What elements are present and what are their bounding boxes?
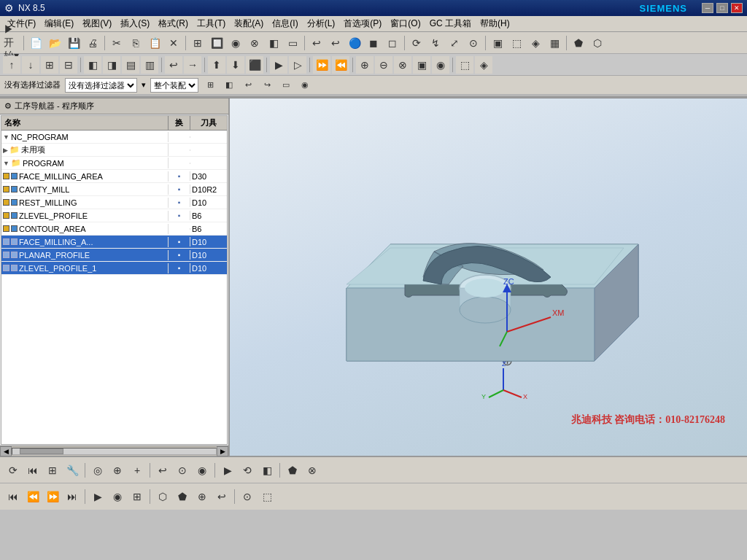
tb-icon13[interactable]: ↯ — [427, 34, 444, 52]
tree-program[interactable]: ▼ 📁 PROGRAM — [1, 157, 227, 170]
tb2-icon4[interactable]: ⊟ — [60, 56, 77, 74]
tb-icon8[interactable]: ↩ — [327, 34, 344, 52]
menu-view[interactable]: 视图(V) — [78, 16, 116, 31]
bt1-icon12[interactable]: ⟲ — [239, 462, 256, 479]
expand-icon-program[interactable]: ▼ — [3, 160, 9, 167]
expand-icon-nc[interactable]: ▼ — [3, 133, 9, 141]
scroll-right-btn[interactable]: ▶ — [217, 446, 228, 456]
bt2-icon13[interactable]: ⬚ — [258, 488, 276, 505]
tb-icon17[interactable]: ⬚ — [508, 34, 525, 52]
bt1-icon10[interactable]: ◉ — [193, 462, 211, 479]
bt1-icon15[interactable]: ⊗ — [303, 462, 321, 479]
tb2-icon23[interactable]: ⬚ — [456, 56, 473, 74]
filter-btn3[interactable]: ↩ — [241, 78, 255, 93]
bt1-icon8[interactable]: ↩ — [154, 462, 171, 479]
bt2-icon8[interactable]: ⬡ — [154, 488, 171, 505]
bt2-icon11[interactable]: ↩ — [213, 488, 231, 505]
tb-icon12[interactable]: ⟳ — [408, 34, 425, 52]
tb-new[interactable]: 📄 — [27, 34, 44, 52]
menu-tools[interactable]: 工具(T) — [193, 16, 230, 31]
bt1-icon2[interactable]: ⏮ — [24, 462, 42, 479]
filter-btn1[interactable]: ⊞ — [203, 78, 217, 93]
tb2-icon1[interactable]: ↑ — [3, 56, 20, 74]
tb-icon11[interactable]: ◻ — [384, 34, 401, 52]
tb2-icon18[interactable]: ⊕ — [356, 56, 374, 74]
tb-icon21[interactable]: ⬡ — [589, 34, 606, 52]
menu-info[interactable]: 信息(I) — [268, 16, 302, 31]
tb2-icon2[interactable]: ↓ — [22, 56, 39, 74]
tb-cut[interactable]: ✂ — [108, 34, 125, 52]
tree-unused[interactable]: ▶ 📁 未用项 — [1, 144, 227, 157]
filter-btn5[interactable]: ▭ — [279, 78, 293, 93]
menu-assembly[interactable]: 装配(A) — [230, 16, 268, 31]
tb-icon7[interactable]: ↩ — [308, 34, 325, 52]
tb2-icon11[interactable]: ⬆ — [208, 56, 225, 74]
menu-analysis[interactable]: 分析(L) — [303, 16, 340, 31]
tb2-icon13[interactable]: ⬛ — [246, 56, 263, 74]
tb-icon14[interactable]: ⤢ — [446, 34, 463, 52]
bt1-icon11[interactable]: ▶ — [219, 462, 236, 479]
bt1-icon4[interactable]: 🔧 — [63, 462, 81, 479]
bt1-icon1[interactable]: ⟳ — [4, 462, 22, 479]
tb2-icon7[interactable]: ▤ — [122, 56, 139, 74]
close-button[interactable]: ✕ — [731, 3, 743, 13]
tb-start-btn[interactable]: ▶ 开始▾ — [3, 34, 20, 52]
tb2-icon21[interactable]: ▣ — [413, 56, 430, 74]
menu-gctoolbox[interactable]: GC 工具箱 — [425, 16, 476, 31]
tb-icon20[interactable]: ⬟ — [570, 34, 587, 52]
menu-edit[interactable]: 编辑(E) — [40, 16, 78, 31]
tree-op-3[interactable]: ZLEVEL_PROFILE ▪ B6 — [1, 209, 227, 222]
scroll-left-btn[interactable]: ◀ — [0, 446, 12, 456]
bt2-icon5[interactable]: ▶ — [89, 488, 107, 505]
menu-preferences[interactable]: 首选项(P) — [339, 16, 386, 31]
tree-op-4[interactable]: CONTOUR_AREA B6 — [1, 222, 227, 236]
minimize-button[interactable]: ─ — [702, 3, 713, 13]
filter-icon[interactable]: ▾ — [142, 80, 146, 90]
tb2-icon6[interactable]: ◨ — [103, 56, 120, 74]
tree-nc-program[interactable]: ▼ NC_PROGRAM — [1, 131, 227, 144]
tb-icon10[interactable]: ◼ — [365, 34, 382, 52]
tb2-icon16[interactable]: ⏩ — [313, 56, 330, 74]
tb-icon15[interactable]: ⊙ — [465, 34, 482, 52]
tb-icon6[interactable]: ▭ — [284, 34, 301, 52]
tb2-icon15[interactable]: ▷ — [289, 56, 306, 74]
tree-op-2[interactable]: REST_MILLING ▪ D10 — [1, 196, 227, 209]
bt2-icon12[interactable]: ⊙ — [239, 488, 256, 505]
tb-icon18[interactable]: ◈ — [527, 34, 544, 52]
tree-op-5[interactable]: FACE_MILLING_A... ▪ D10 — [1, 236, 227, 249]
bt2-icon1[interactable]: ⏮ — [4, 488, 22, 505]
filter-select[interactable]: 没有选择过滤器 — [65, 78, 137, 93]
bt2-icon10[interactable]: ⊕ — [193, 488, 211, 505]
tb-icon16[interactable]: ▣ — [489, 34, 506, 52]
tree-op-6[interactable]: PLANAR_PROFILE ▪ D10 — [1, 249, 227, 262]
filter-btn2[interactable]: ◧ — [222, 78, 236, 93]
scroll-thumb[interactable] — [20, 448, 63, 454]
bt1-icon9[interactable]: ⊙ — [174, 462, 191, 479]
bt1-icon6[interactable]: ⊕ — [109, 462, 126, 479]
tb2-icon9[interactable]: ↩ — [165, 56, 182, 74]
bt1-icon5[interactable]: ◎ — [89, 462, 107, 479]
expand-icon-unused[interactable]: ▶ — [3, 147, 8, 154]
tb-print[interactable]: 🖨 — [84, 34, 101, 52]
tb-icon9[interactable]: 🔵 — [346, 34, 363, 52]
menu-insert[interactable]: 插入(S) — [116, 16, 154, 31]
bt2-icon7[interactable]: ⊞ — [128, 488, 146, 505]
tb-icon3[interactable]: ◉ — [227, 34, 244, 52]
tb2-icon20[interactable]: ⊗ — [394, 56, 411, 74]
tb-icon5[interactable]: ◧ — [265, 34, 282, 52]
filter-btn4[interactable]: ↪ — [260, 78, 274, 93]
bt1-icon13[interactable]: ◧ — [258, 462, 276, 479]
tb-icon1[interactable]: ⊞ — [189, 34, 206, 52]
tb2-icon24[interactable]: ◈ — [475, 56, 492, 74]
tb2-icon22[interactable]: ◉ — [432, 56, 449, 74]
bt1-icon14[interactable]: ⬟ — [284, 462, 301, 479]
tb-open[interactable]: 📂 — [46, 34, 63, 52]
tb-copy[interactable]: ⎘ — [127, 34, 144, 52]
menu-format[interactable]: 格式(R) — [154, 16, 193, 31]
tree-area[interactable]: 名称 换 刀具 ▼ NC_PROGRAM ▶ 📁 未用项 — [1, 115, 228, 445]
menu-window[interactable]: 窗口(O) — [386, 16, 425, 31]
tb2-icon19[interactable]: ⊖ — [375, 56, 392, 74]
restore-button[interactable]: □ — [716, 3, 728, 13]
bt2-icon3[interactable]: ⏩ — [44, 488, 61, 505]
filter-btn6[interactable]: ◉ — [298, 78, 312, 93]
